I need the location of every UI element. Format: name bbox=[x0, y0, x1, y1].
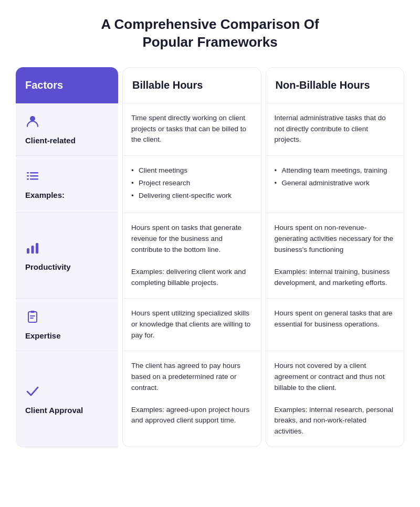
svg-rect-10 bbox=[28, 312, 37, 322]
examples-billable-list: Client meetings Project research Deliver… bbox=[131, 165, 253, 202]
svg-rect-1 bbox=[27, 172, 29, 174]
productivity-nonbillable: Hours spent on non-revenue-generating ac… bbox=[266, 213, 405, 299]
comparison-table: Factors Billable Hours Non-Billable Hour… bbox=[16, 67, 404, 448]
page-title: A Comprehensive Comparison Of Popular Fr… bbox=[16, 16, 404, 51]
factor-productivity: Productivity bbox=[16, 213, 118, 299]
list-item: Project research bbox=[131, 178, 253, 188]
client-approval-label: Client Approval bbox=[25, 406, 83, 415]
client-related-nonbillable: Internal administrative tasks that do no… bbox=[266, 103, 405, 156]
main-container: A Comprehensive Comparison Of Popular Fr… bbox=[16, 16, 404, 447]
examples-nonbillable-list: Attending team meetings, training Genera… bbox=[275, 165, 396, 189]
clipboard-icon bbox=[25, 309, 40, 327]
header-nonbillable: Non-Billable Hours bbox=[266, 67, 405, 103]
svg-point-0 bbox=[30, 116, 35, 121]
list-icon bbox=[25, 168, 40, 186]
checkmark-icon bbox=[25, 384, 40, 402]
productivity-billable: Hours spent on tasks that generate reven… bbox=[122, 213, 261, 299]
expertise-billable: Hours spent utilizing specialized skills… bbox=[122, 299, 261, 351]
factor-examples: Examples: bbox=[16, 156, 118, 214]
list-item: Attending team meetings, training bbox=[275, 165, 396, 176]
header-nonbillable-label: Non-Billable Hours bbox=[276, 79, 370, 91]
productivity-label: Productivity bbox=[25, 262, 71, 271]
svg-rect-7 bbox=[27, 248, 29, 254]
examples-nonbillable: Attending team meetings, training Genera… bbox=[266, 156, 405, 214]
expertise-label: Expertise bbox=[25, 331, 61, 340]
expertise-nonbillable: Hours spent on general tasks that are es… bbox=[266, 299, 405, 351]
list-item: Delivering client-specific work bbox=[131, 191, 253, 201]
svg-rect-9 bbox=[36, 243, 38, 254]
client-related-label: Client-related bbox=[25, 136, 76, 145]
header-factors-label: Factors bbox=[25, 79, 63, 91]
factor-client-approval: Client Approval bbox=[16, 351, 118, 447]
header-billable-label: Billable Hours bbox=[132, 79, 203, 91]
person-icon bbox=[25, 114, 40, 132]
client-approval-billable: The client has agreed to pay hours based… bbox=[122, 351, 261, 447]
header-billable: Billable Hours bbox=[122, 67, 261, 103]
header-factors: Factors bbox=[16, 67, 118, 103]
svg-rect-12 bbox=[30, 315, 35, 316]
svg-rect-6 bbox=[30, 178, 38, 180]
svg-rect-11 bbox=[30, 311, 35, 313]
examples-label: Examples: bbox=[25, 191, 65, 199]
list-item: Client meetings bbox=[131, 165, 253, 176]
svg-rect-5 bbox=[27, 178, 29, 180]
svg-rect-3 bbox=[27, 175, 29, 177]
examples-billable: Client meetings Project research Deliver… bbox=[122, 156, 261, 214]
client-approval-nonbillable: Hours not covered by a client agreement … bbox=[266, 351, 405, 447]
list-item: General administrative work bbox=[275, 178, 396, 188]
factor-client-related: Client-related bbox=[16, 103, 118, 156]
svg-rect-4 bbox=[30, 175, 38, 177]
client-related-billable: Time spent directly working on client pr… bbox=[122, 103, 261, 156]
chart-icon bbox=[25, 240, 40, 258]
svg-rect-2 bbox=[30, 172, 38, 174]
svg-rect-8 bbox=[32, 246, 34, 254]
svg-rect-13 bbox=[30, 318, 34, 319]
factor-expertise: Expertise bbox=[16, 299, 118, 351]
